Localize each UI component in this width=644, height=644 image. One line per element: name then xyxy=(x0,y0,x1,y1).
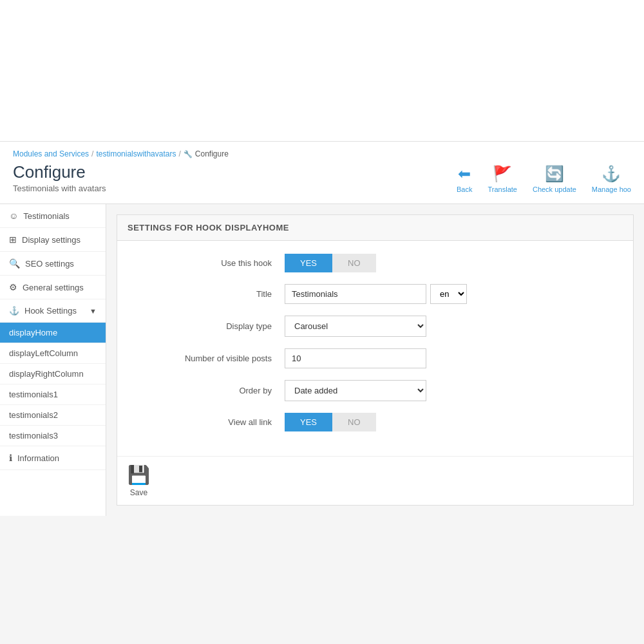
breadcrumb-modules[interactable]: Modules and Services xyxy=(13,149,89,158)
chevron-down-icon: ▼ xyxy=(90,307,97,315)
sidebar-seo-settings-label: SEO settings xyxy=(25,259,74,269)
use-hook-no-btn[interactable]: NO xyxy=(332,254,376,272)
sidebar-sub-displayleftcolumn[interactable]: displayLeftColumn xyxy=(0,343,106,364)
page-subtitle: Testimonials with avatars xyxy=(13,184,106,193)
sidebar-item-display-settings[interactable]: ⊞ Display settings xyxy=(0,228,106,252)
save-section: 💾 Save xyxy=(117,456,633,505)
language-select[interactable]: en xyxy=(430,284,467,304)
sidebar-sub-testimonials3[interactable]: testimonials3 xyxy=(0,426,106,446)
save-button[interactable]: 💾 Save xyxy=(128,464,150,497)
view-all-link-row: View all link YES NO xyxy=(143,413,607,431)
sidebar-sub-displayhome[interactable]: displayHome xyxy=(0,323,106,343)
testimonials-icon: ☺ xyxy=(9,211,18,221)
sidebar-item-information[interactable]: ℹ Information xyxy=(0,446,106,470)
breadcrumb-module-slug[interactable]: testimonialswithavatars xyxy=(96,149,176,158)
manage-hook-icon: ⚓ xyxy=(601,165,621,183)
sidebar-testimonials-label: Testimonials xyxy=(23,211,70,221)
sidebar-sub-displayrightcolumn[interactable]: displayRightColumn xyxy=(0,364,106,384)
settings-panel-header: SETTINGS FOR HOOK DISPLAYHOME xyxy=(117,215,633,241)
check-update-button[interactable]: 🔄 Check update xyxy=(533,165,576,193)
display-type-control: Carousel Grid List xyxy=(285,316,607,337)
sidebar-display-settings-label: Display settings xyxy=(22,235,80,245)
sidebar-item-hook-settings[interactable]: ⚓ Hook Settings ▼ xyxy=(0,299,106,323)
translate-label: Translate xyxy=(488,185,516,193)
order-by-control: Date added Random Alphabetical xyxy=(285,380,607,401)
order-by-select[interactable]: Date added Random Alphabetical xyxy=(285,380,426,401)
main-layout: ☺ Testimonials ⊞ Display settings 🔍 SEO … xyxy=(0,204,644,516)
sidebar-general-settings-label: General settings xyxy=(23,283,84,292)
view-all-link-toggle: YES NO xyxy=(285,413,607,431)
view-all-no-btn[interactable]: NO xyxy=(332,413,376,431)
manage-hook-label: Manage hoo xyxy=(592,185,631,193)
order-by-label: Order by xyxy=(143,386,285,395)
use-this-hook-control: YES NO xyxy=(285,254,607,272)
check-update-icon: 🔄 xyxy=(545,165,564,183)
title-control: en xyxy=(285,284,607,304)
back-label: Back xyxy=(457,185,472,193)
sidebar-item-general-settings[interactable]: ⚙ General settings xyxy=(0,276,106,299)
page-title: Configure xyxy=(13,162,106,182)
use-this-hook-row: Use this hook YES NO xyxy=(143,254,607,272)
save-icon: 💾 xyxy=(128,464,150,486)
view-all-yes-btn[interactable]: YES xyxy=(285,413,332,431)
check-update-label: Check update xyxy=(533,185,576,193)
order-by-row: Order by Date added Random Alphabetical xyxy=(143,380,607,401)
page-header: Modules and Services / testimonialswitha… xyxy=(0,142,644,204)
action-buttons: ⬅ Back 🚩 Translate 🔄 Check update ⚓ Mana… xyxy=(457,162,631,193)
use-hook-yes-btn[interactable]: YES xyxy=(285,254,332,272)
sidebar-sub-testimonials1[interactable]: testimonials1 xyxy=(0,384,106,405)
display-type-label: Display type xyxy=(143,321,285,331)
breadcrumb-sep1: / xyxy=(91,149,93,158)
back-button[interactable]: ⬅ Back xyxy=(457,165,472,193)
visible-posts-input[interactable] xyxy=(285,348,426,368)
general-settings-icon: ⚙ xyxy=(9,282,17,292)
manage-hook-button[interactable]: ⚓ Manage hoo xyxy=(592,165,631,193)
title-input[interactable] xyxy=(285,284,426,304)
translate-icon: 🚩 xyxy=(493,165,512,183)
use-this-hook-toggle: YES NO xyxy=(285,254,607,272)
translate-button[interactable]: 🚩 Translate xyxy=(488,165,516,193)
content-area: SETTINGS FOR HOOK DISPLAYHOME Use this h… xyxy=(106,204,644,516)
visible-posts-row: Number of visible posts xyxy=(143,348,607,368)
view-all-link-control: YES NO xyxy=(285,413,607,431)
use-this-hook-label: Use this hook xyxy=(143,258,285,268)
wrench-icon: 🔧 xyxy=(184,150,193,158)
hook-settings-icon: ⚓ xyxy=(9,306,19,316)
visible-posts-label: Number of visible posts xyxy=(143,354,285,363)
display-settings-icon: ⊞ xyxy=(9,234,17,245)
view-all-link-label: View all link xyxy=(143,417,285,427)
sidebar-sub-testimonials2[interactable]: testimonials2 xyxy=(0,405,106,426)
breadcrumb-sep2: / xyxy=(178,149,180,158)
title-label: Title xyxy=(143,289,285,299)
title-row: Title en xyxy=(143,284,607,304)
top-bar xyxy=(0,0,644,142)
page-title-row: Configure Testimonials with avatars ⬅ Ba… xyxy=(13,162,631,193)
seo-settings-icon: 🔍 xyxy=(9,258,20,269)
display-type-select[interactable]: Carousel Grid List xyxy=(285,316,426,337)
save-label: Save xyxy=(130,488,147,497)
visible-posts-control xyxy=(285,348,607,368)
settings-panel: SETTINGS FOR HOOK DISPLAYHOME Use this h… xyxy=(117,214,634,506)
back-icon: ⬅ xyxy=(458,165,471,183)
form-content: Use this hook YES NO Title en xyxy=(117,241,633,456)
sidebar-item-testimonials[interactable]: ☺ Testimonials xyxy=(0,204,106,228)
sidebar: ☺ Testimonials ⊞ Display settings 🔍 SEO … xyxy=(0,204,106,516)
breadcrumb-current: 🔧 Configure xyxy=(184,149,229,158)
display-type-row: Display type Carousel Grid List xyxy=(143,316,607,337)
sidebar-information-label: Information xyxy=(17,453,59,463)
information-icon: ℹ xyxy=(9,453,12,463)
sidebar-item-seo-settings[interactable]: 🔍 SEO settings xyxy=(0,252,106,276)
breadcrumb: Modules and Services / testimonialswitha… xyxy=(13,149,631,158)
sidebar-hook-settings-label: Hook Settings xyxy=(24,306,77,316)
page-title-text: Configure Testimonials with avatars xyxy=(13,162,106,193)
